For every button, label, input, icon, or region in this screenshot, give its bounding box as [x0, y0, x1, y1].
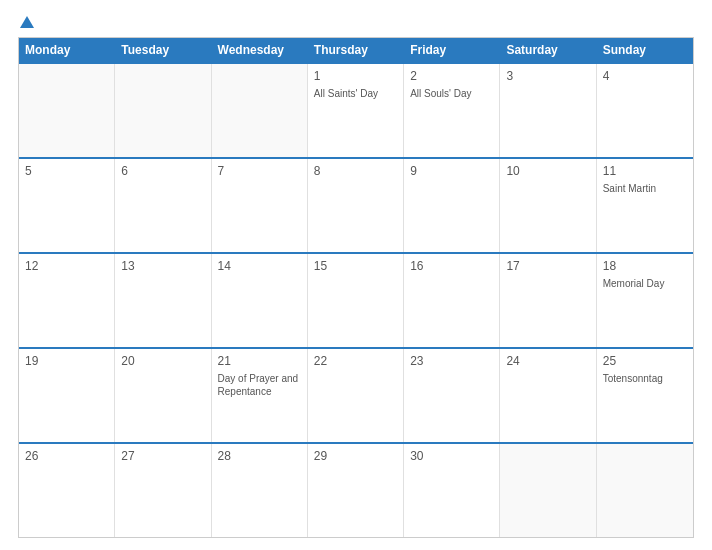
calendar-cell: 15: [308, 254, 404, 347]
header-day-wednesday: Wednesday: [212, 38, 308, 62]
calendar-cell: 24: [500, 349, 596, 442]
calendar-cell: 18Memorial Day: [597, 254, 693, 347]
calendar-cell: 27: [115, 444, 211, 537]
day-number: 21: [218, 354, 301, 368]
day-number: 2: [410, 69, 493, 83]
calendar-week-2: 567891011Saint Martin: [19, 157, 693, 252]
calendar-cell: 8: [308, 159, 404, 252]
calendar-cell: [597, 444, 693, 537]
day-number: 6: [121, 164, 204, 178]
calendar-cell: 9: [404, 159, 500, 252]
calendar-cell: 2All Souls' Day: [404, 64, 500, 157]
calendar-cell: 29: [308, 444, 404, 537]
day-number: 20: [121, 354, 204, 368]
header-day-friday: Friday: [404, 38, 500, 62]
day-number: 4: [603, 69, 687, 83]
header-day-tuesday: Tuesday: [115, 38, 211, 62]
day-number: 13: [121, 259, 204, 273]
day-number: 28: [218, 449, 301, 463]
calendar-cell: 21Day of Prayer and Repentance: [212, 349, 308, 442]
calendar-cell: 17: [500, 254, 596, 347]
day-number: 26: [25, 449, 108, 463]
day-number: 11: [603, 164, 687, 178]
day-number: 18: [603, 259, 687, 273]
holiday-label: Memorial Day: [603, 277, 687, 290]
holiday-label: Saint Martin: [603, 182, 687, 195]
logo: [18, 16, 34, 29]
logo-triangle-icon: [20, 16, 34, 28]
day-number: 15: [314, 259, 397, 273]
calendar-cell: [19, 64, 115, 157]
calendar-cell: [212, 64, 308, 157]
day-number: 8: [314, 164, 397, 178]
calendar-cell: 12: [19, 254, 115, 347]
day-number: 1: [314, 69, 397, 83]
day-number: 25: [603, 354, 687, 368]
calendar-cell: 4: [597, 64, 693, 157]
day-number: 16: [410, 259, 493, 273]
calendar-cell: 20: [115, 349, 211, 442]
calendar-cell: 26: [19, 444, 115, 537]
calendar-cell: 10: [500, 159, 596, 252]
calendar-cell: 22: [308, 349, 404, 442]
holiday-label: Day of Prayer and Repentance: [218, 372, 301, 398]
day-number: 10: [506, 164, 589, 178]
calendar-cell: [500, 444, 596, 537]
holiday-label: All Saints' Day: [314, 87, 397, 100]
day-number: 24: [506, 354, 589, 368]
page: MondayTuesdayWednesdayThursdayFridaySatu…: [0, 0, 712, 550]
day-number: 23: [410, 354, 493, 368]
holiday-label: All Souls' Day: [410, 87, 493, 100]
header-day-saturday: Saturday: [500, 38, 596, 62]
day-number: 17: [506, 259, 589, 273]
calendar-cell: 25Totensonntag: [597, 349, 693, 442]
header-day-thursday: Thursday: [308, 38, 404, 62]
calendar-week-3: 12131415161718Memorial Day: [19, 252, 693, 347]
calendar-week-5: 2627282930: [19, 442, 693, 537]
day-number: 22: [314, 354, 397, 368]
day-number: 29: [314, 449, 397, 463]
header: [18, 16, 694, 29]
calendar-cell: 28: [212, 444, 308, 537]
calendar-cell: 3: [500, 64, 596, 157]
day-number: 12: [25, 259, 108, 273]
calendar-cell: 5: [19, 159, 115, 252]
day-number: 3: [506, 69, 589, 83]
calendar-cell: 7: [212, 159, 308, 252]
calendar-cell: 30: [404, 444, 500, 537]
calendar-cell: 19: [19, 349, 115, 442]
day-number: 9: [410, 164, 493, 178]
header-day-sunday: Sunday: [597, 38, 693, 62]
day-number: 14: [218, 259, 301, 273]
calendar-header: MondayTuesdayWednesdayThursdayFridaySatu…: [19, 38, 693, 62]
calendar-cell: 11Saint Martin: [597, 159, 693, 252]
holiday-label: Totensonntag: [603, 372, 687, 385]
calendar-cell: [115, 64, 211, 157]
calendar-body: 1All Saints' Day2All Souls' Day345678910…: [19, 62, 693, 537]
calendar-week-4: 192021Day of Prayer and Repentance222324…: [19, 347, 693, 442]
logo-blue-text: [18, 16, 34, 29]
calendar-cell: 1All Saints' Day: [308, 64, 404, 157]
calendar-week-1: 1All Saints' Day2All Souls' Day34: [19, 62, 693, 157]
calendar-cell: 6: [115, 159, 211, 252]
day-number: 5: [25, 164, 108, 178]
day-number: 19: [25, 354, 108, 368]
day-number: 30: [410, 449, 493, 463]
calendar-cell: 16: [404, 254, 500, 347]
calendar-cell: 14: [212, 254, 308, 347]
calendar-cell: 23: [404, 349, 500, 442]
day-number: 27: [121, 449, 204, 463]
header-day-monday: Monday: [19, 38, 115, 62]
calendar-cell: 13: [115, 254, 211, 347]
day-number: 7: [218, 164, 301, 178]
calendar: MondayTuesdayWednesdayThursdayFridaySatu…: [18, 37, 694, 538]
